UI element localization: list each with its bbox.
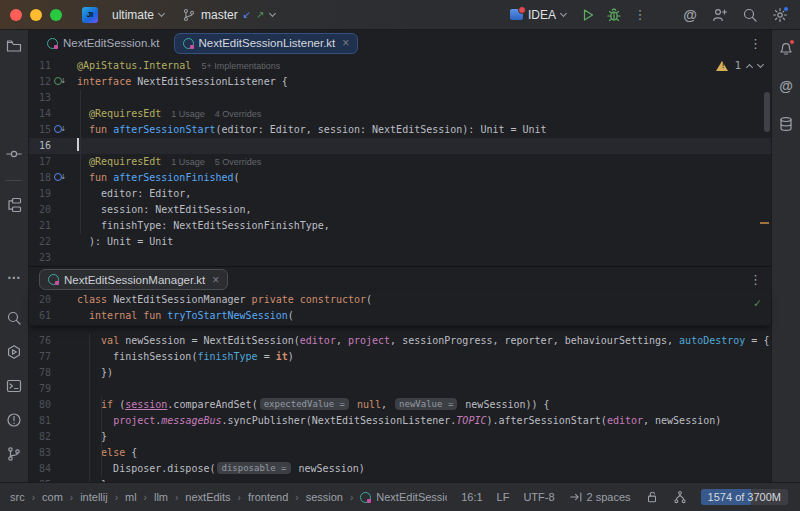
scrollbar-thumb[interactable] <box>764 92 770 132</box>
close-tab-icon[interactable]: × <box>212 274 219 286</box>
code-line-83[interactable]: 83 else { <box>29 445 771 461</box>
tab-NextEditSession.kt[interactable]: NextEditSession.kt <box>39 33 168 54</box>
minimize-window-button[interactable] <box>30 9 42 21</box>
code-line-77[interactable]: 77 finishSession(finishType = it) <box>29 349 771 365</box>
gutter <box>51 138 65 154</box>
terminal-icon[interactable] <box>4 376 24 396</box>
code-line-84[interactable]: 84 Disposer.dispose(disposable = newSess… <box>29 461 771 477</box>
commit-icon[interactable] <box>4 144 24 164</box>
code-line-18[interactable]: 18 fun afterSessionFinished( <box>29 170 771 186</box>
tab-options-button[interactable]: ⋮ <box>749 37 762 50</box>
person-add-icon[interactable] <box>710 5 730 25</box>
next-problem-button[interactable] <box>757 60 764 67</box>
services-icon[interactable] <box>4 342 24 362</box>
red-dot-badge <box>789 39 795 45</box>
branch-icon[interactable] <box>4 444 24 464</box>
previous-problem-button[interactable] <box>746 63 753 70</box>
run-configuration-selector[interactable]: IDEA <box>504 5 572 25</box>
sticky-lines[interactable]: ✓ 20class NextEditSessionManager private… <box>29 292 771 326</box>
close-window-button[interactable] <box>10 9 22 21</box>
inspections-ok-icon[interactable]: ✓ <box>754 296 761 310</box>
inspections-widget[interactable]: 1 <box>716 59 763 72</box>
breadcrumb-item[interactable]: nextEdits <box>185 491 230 503</box>
code-line-12[interactable]: 12interface NextEditSessionListener { <box>29 74 771 90</box>
code-line-16[interactable]: 16 <box>29 138 771 154</box>
bell-icon[interactable] <box>776 38 796 58</box>
inlay-hint[interactable]: 1 Usage <box>171 157 205 167</box>
close-tab-icon[interactable]: × <box>342 37 349 49</box>
code-line-20[interactable]: 20class NextEditSessionManager private c… <box>29 292 771 308</box>
db-icon[interactable] <box>776 114 796 134</box>
code-line-61[interactable]: 61 internal fun tryToStartNewSession( <box>29 308 771 324</box>
inlay-hint[interactable]: 4 Overrides <box>215 109 262 119</box>
code-line-82[interactable]: 82 } <box>29 429 771 445</box>
more-h-icon[interactable]: ⋯ <box>4 267 24 287</box>
line-number: 20 <box>29 202 51 218</box>
code-line-14[interactable]: 14 @RequiresEdt1 Usage4 Overrides <box>29 106 771 122</box>
breadcrumb-separator: › <box>295 492 298 503</box>
ai-icon[interactable]: @ <box>680 5 700 25</box>
code-line-22[interactable]: 22 ): Unit = Unit <box>29 234 771 250</box>
run-button[interactable] <box>578 5 598 25</box>
code-line-78[interactable]: 78 }) <box>29 365 771 381</box>
search-icon[interactable] <box>4 308 24 328</box>
implemented-marker-icon[interactable] <box>51 122 65 138</box>
ai-icon[interactable]: @ <box>776 76 796 96</box>
encoding-widget[interactable]: UTF-8 <box>523 491 554 503</box>
code-line-11[interactable]: 11@ApiStatus.Internal5+ Implementations <box>29 58 771 74</box>
code-line-79[interactable]: 79 <box>29 381 771 397</box>
outgoing-commits-icon: ↗ <box>256 9 264 20</box>
inlay-hint[interactable]: 5+ Implementations <box>201 61 280 71</box>
structure-icon[interactable] <box>4 195 24 215</box>
caret-position-widget[interactable]: 16:1 <box>461 491 482 503</box>
line-separator-widget[interactable]: LF <box>497 491 510 503</box>
implemented-marker-icon[interactable] <box>51 74 65 90</box>
breadcrumb-file[interactable]: NextEditSessionListener <box>360 491 447 503</box>
tab-options-button[interactable]: ⋮ <box>749 273 762 286</box>
code-line-20[interactable]: 20 session: NextEditSession, <box>29 202 771 218</box>
fullscreen-window-button[interactable] <box>50 9 62 21</box>
breadcrumb-item[interactable]: intellij <box>80 491 108 503</box>
git-widget[interactable] <box>673 490 687 504</box>
implemented-marker-icon[interactable] <box>51 170 65 186</box>
code-text <box>65 381 77 397</box>
indent-widget[interactable]: 2 spaces <box>569 490 631 504</box>
readonly-toggle[interactable] <box>645 490 659 504</box>
code-line-15[interactable]: 15 fun afterSessionStart(editor: Editor,… <box>29 122 771 138</box>
code-line-76[interactable]: 76 val newSession = NextEditSession(edit… <box>29 333 771 349</box>
problems-icon[interactable] <box>4 410 24 430</box>
code-line-23[interactable]: 23 <box>29 250 771 266</box>
line-number: 12 <box>29 74 51 90</box>
tab-NextEditSessionListener.kt[interactable]: NextEditSessionListener.kt× <box>174 33 359 54</box>
debug-button[interactable] <box>604 5 624 25</box>
gear-icon[interactable] <box>770 5 790 25</box>
tab-NextEditSessionManager[interactable]: NextEditSessionManager.kt × <box>39 269 228 290</box>
breadcrumb-item[interactable]: llm <box>154 491 168 503</box>
breadcrumb-item[interactable]: session <box>306 491 343 503</box>
breadcrumb-item[interactable]: src <box>10 491 25 503</box>
editor-pane-bottom[interactable]: 76 val newSession = NextEditSession(edit… <box>29 326 771 482</box>
search-icon[interactable] <box>740 5 760 25</box>
editor-pane-top[interactable]: 1 11@ApiStatus.Internal5+ Implementation… <box>29 56 771 266</box>
breadcrumb-item[interactable]: frontend <box>248 491 288 503</box>
project-selector[interactable]: ultimate <box>106 5 170 25</box>
inlay-hint[interactable]: 5 Overrides <box>215 157 262 167</box>
code-line-81[interactable]: 81 project.messageBus.syncPublisher(Next… <box>29 413 771 429</box>
warning-stripe-mark[interactable] <box>760 222 769 224</box>
inlay-hint[interactable]: 1 Usage <box>171 109 205 119</box>
warning-count: 1 <box>734 59 741 72</box>
branch-selector[interactable]: master ↙ ↗ <box>176 5 280 25</box>
folder-icon[interactable] <box>4 36 24 56</box>
breadcrumb-item[interactable]: ml <box>125 491 137 503</box>
code-line-21[interactable]: 21 finishType: NextEditSessionFinishType… <box>29 218 771 234</box>
gutter <box>51 461 65 477</box>
more-actions-button[interactable]: ⋮ <box>630 5 650 25</box>
memory-indicator[interactable]: 1574 of 3700M <box>701 489 788 505</box>
code-line-80[interactable]: 80 if (session.compareAndSet(expectedVal… <box>29 397 771 413</box>
code-line-17[interactable]: 17 @RequiresEdt1 Usage5 Overrides <box>29 154 771 170</box>
parameter-hint-chip: disposable = <box>217 462 290 474</box>
line-number: 11 <box>29 58 51 74</box>
breadcrumb-item[interactable]: com <box>42 491 63 503</box>
code-line-13[interactable]: 13 <box>29 90 771 106</box>
code-line-19[interactable]: 19 editor: Editor, <box>29 186 771 202</box>
